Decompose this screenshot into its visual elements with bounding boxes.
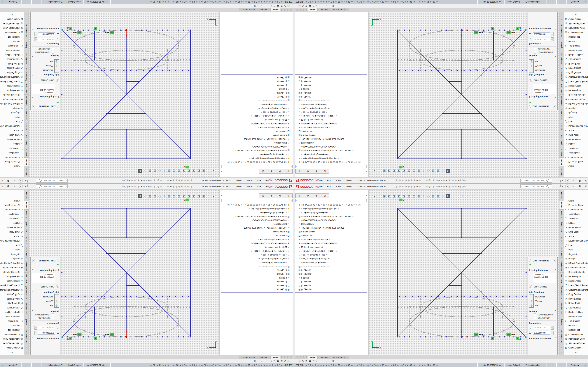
view-tool-icon[interactable]: ◧ xyxy=(387,194,391,198)
expand-arrow-icon[interactable]: ▸ xyxy=(296,223,298,225)
bottom-toolbar-icon[interactable]: ◌ xyxy=(291,5,293,8)
command-tab[interactable]: Direct Editing xyxy=(560,132,564,147)
sketch-tool-item[interactable]: ⇗ Copy Entities xyxy=(0,292,24,297)
view-tool-icon[interactable]: ◠ xyxy=(466,194,470,198)
sketch-tool-item[interactable]: ▣ Center Rectangle xyxy=(0,266,24,270)
tree-row[interactable]: ▸ ↺ ○⋏٭◉✛Ƨ5◦ƍ○◎○ƍ◦5Ƨ✛◉٭⋏○ xyxy=(295,211,368,214)
rollback-bar[interactable] xyxy=(221,74,293,75)
sketch-tool-item[interactable]: ∿ Spline xyxy=(0,128,24,133)
sketch-tool-item[interactable]: ∿ Spline xyxy=(564,128,588,133)
expand-chevron-icon[interactable]: ˇ xyxy=(32,337,33,340)
help-icon[interactable]: ? xyxy=(565,184,569,188)
bottom-toolbar-icon[interactable]: ∟ xyxy=(269,5,272,8)
sketch-tool-item[interactable]: ▱ Parallelogram xyxy=(564,88,588,93)
view-tool-icon[interactable]: ↻ xyxy=(446,194,450,198)
bottom-toolbar-icon[interactable]: ✎ xyxy=(284,359,286,363)
view-tool-icon[interactable]: ⊥ xyxy=(162,194,166,198)
expand-arrow-icon[interactable]: ▸ xyxy=(296,266,298,267)
sketch-tool-item[interactable]: ⇗ Copy Entities xyxy=(0,70,24,75)
tree-row[interactable]: ▸ A ○Ƨ5ИΝ◉◦✛А✛◉ИΝА○◎○АΝИ◉✛А✛◦◉ΝИ5Ƨ○ xyxy=(220,137,293,141)
sketch-tool-item[interactable]: ◟ Fit Spline xyxy=(564,39,588,44)
close-button[interactable]: ✕ xyxy=(583,185,588,188)
add-relation-button[interactable]: ⚓ Fix xyxy=(529,303,556,308)
command-tab[interactable]: : xyxy=(24,350,28,355)
angle-spinner[interactable]: ▴▾ xyxy=(551,32,553,36)
sketch-tool-item[interactable]: ◝ Tangent Arc xyxy=(564,151,588,155)
view-tool-icon[interactable]: ▧ xyxy=(177,194,181,198)
bottom-toolbar-icon[interactable]: ✎ xyxy=(302,4,304,8)
tree-row[interactable]: ▤ ○Ƨ5✛ƷƐƧ5○ИΝ◉◦✛ƆƆƐИƷƐƧ5○◎○5ƧƐƷИƐƆƆ✛◦◉ΝИ… xyxy=(295,149,368,153)
close-button[interactable]: ✕ xyxy=(0,179,5,182)
command-tab[interactable]: : xyxy=(24,17,28,22)
expand-arrow-icon[interactable]: ▸ xyxy=(296,138,298,140)
tree-row[interactable]: ▦ (-) Sketch6 xyxy=(220,76,293,80)
menu-item[interactable]: Tools xyxy=(226,185,232,188)
sketch-tool-item[interactable]: ▧ Convert Entities xyxy=(564,30,588,35)
menu-item[interactable]: Edit xyxy=(327,185,331,188)
expand-chevron-icon[interactable]: ˇ xyxy=(555,27,556,30)
length-spinner[interactable]: ▴▾ xyxy=(35,325,37,330)
sketch-tool-item[interactable]: ○ Ellipse xyxy=(564,221,588,225)
view-tool-icon[interactable]: ▣ xyxy=(382,194,386,198)
checkbox[interactable] xyxy=(52,317,54,319)
sketch-tool-item[interactable]: ↗ Move Entities xyxy=(0,297,24,301)
relations-listbox[interactable]: Collinear108Equal length109 xyxy=(32,273,55,283)
model-tab[interactable]: Motion Study 1 xyxy=(239,356,257,359)
sketch-tool-item[interactable]: ⊢ Stretch Entities xyxy=(0,310,24,315)
menu-item[interactable]: Edit xyxy=(257,185,261,188)
sketch-tool-item[interactable]: ◟ Fit Spline xyxy=(0,323,24,328)
menu-item[interactable]: File xyxy=(266,179,269,182)
view-tool-icon[interactable]: ◠ xyxy=(466,169,470,173)
bottom-toolbar-icon[interactable]: ◌ xyxy=(295,360,297,363)
angle-spinner[interactable]: ▴▾ xyxy=(35,331,37,335)
tree-filter-box[interactable]: ▽ xyxy=(295,165,367,168)
command-tab[interactable]: Data Migration xyxy=(560,301,564,317)
bottom-toolbar-icon[interactable]: ▦ xyxy=(309,359,311,363)
sketch-tool-item[interactable]: ⠿ Linear Sketch Pattern xyxy=(564,283,588,288)
sketch-tool-item[interactable]: ◟ Fit Spline xyxy=(564,323,588,328)
sketch-tool-item[interactable]: ◯ Circle xyxy=(564,199,588,203)
tree-row[interactable]: Σ ○Ƨ5ИΝ◉◦✛А∩ƷƐ○◎○ƐƷ∩А✛◦◉ΝИ5Ƨ○ xyxy=(220,122,293,126)
sketch-tool-item[interactable]: ⌒ 3 Point Arc xyxy=(564,216,588,221)
tree-row[interactable]: ❖ TЯPDL2. ◎ ƷƐ ◎ Ш ◎ ◎ ◎ ✛ ◎ ƆƆ ◎ ƷƐ ◎ ٭… xyxy=(295,203,368,207)
bottom-toolbar-icon[interactable]: ⚑ xyxy=(273,4,276,8)
ok-checkmark-button[interactable]: ✔ xyxy=(529,263,556,267)
sketch-tool-item[interactable]: ↻ Rotate Entities xyxy=(564,301,588,306)
command-tab[interactable]: Evaluate xyxy=(24,235,28,246)
tree-row[interactable]: ▸ ↺ ○⋏٭◉✛Ƨ5◦ƍ○◎○ƍ◦5Ƨ✛◉٭⋏○ xyxy=(220,211,293,214)
view-tool-icon[interactable]: ◠ xyxy=(118,169,122,173)
command-tab[interactable]: MBD Dimensions xyxy=(560,327,564,345)
checkbox[interactable] xyxy=(52,48,54,50)
tree-row[interactable]: ▦ (-) Sketch2 xyxy=(220,91,293,95)
tree-row[interactable]: ▸ ▢ Design Binder xyxy=(220,222,293,226)
bottom-toolbar-icon[interactable]: ✎ xyxy=(284,4,286,8)
tree-row[interactable]: ▸ A ○Ƨ5ИΝ◉◦✛А✛◉ИΝА○◎○АΝИ◉✛А✛◦◉ΝИ5Ƨ○ xyxy=(220,226,293,230)
tree-filter-box[interactable]: ▽ xyxy=(295,199,367,202)
tab-nav-arrow[interactable]: ‹ xyxy=(298,356,301,359)
view-tool-icon[interactable]: ≋ xyxy=(441,169,445,173)
view-tool-icon[interactable]: ▣ xyxy=(382,169,386,173)
command-tab[interactable]: : xyxy=(560,17,564,22)
view-tool-icon[interactable]: ▦ xyxy=(436,169,440,173)
sketch-tool-item[interactable]: ≋ Intersection Curve xyxy=(0,26,24,30)
panel-collapse-arrow[interactable]: › xyxy=(221,194,222,197)
checkbox[interactable] xyxy=(534,314,536,316)
command-tab[interactable]: Mold Tools xyxy=(560,273,564,284)
search-dropdown-icon[interactable]: ▾ xyxy=(36,185,38,188)
tree-row[interactable]: ≡ Material <not specified> xyxy=(295,245,368,249)
sketch-tool-item[interactable]: ✂ Trim Entities xyxy=(564,319,588,324)
view-tool-icon[interactable]: ▧ xyxy=(177,169,181,173)
bottom-toolbar-icon[interactable]: ▭ xyxy=(257,359,259,363)
command-tab[interactable]: : xyxy=(560,350,564,355)
menu-item[interactable]: Tools xyxy=(356,185,362,188)
command-tab[interactable]: Mold Tools xyxy=(560,83,564,94)
bottom-toolbar-icon[interactable]: ◑ xyxy=(260,360,262,363)
help-icon[interactable]: ? xyxy=(19,184,23,188)
sketch-tool-item[interactable]: ⊤ Extend Entities xyxy=(564,314,588,319)
tree-row[interactable]: ◻ (-) Sketch4 xyxy=(295,80,368,83)
bottom-toolbar-icon[interactable]: ◑ xyxy=(326,360,328,363)
view-tool-icon[interactable]: ▤ xyxy=(172,169,176,173)
tree-row[interactable]: ◨ Surface Bodies xyxy=(220,133,293,137)
view-tool-icon[interactable]: ▧ xyxy=(407,194,411,198)
tree-row[interactable]: ❖ TЯPDL2. ◎ ƷƐ ◎ Ш ◎ ◎ ◎ ✛ ◎ ƆƆ ◎ ƷƐ ◎ ٭… xyxy=(220,203,293,207)
